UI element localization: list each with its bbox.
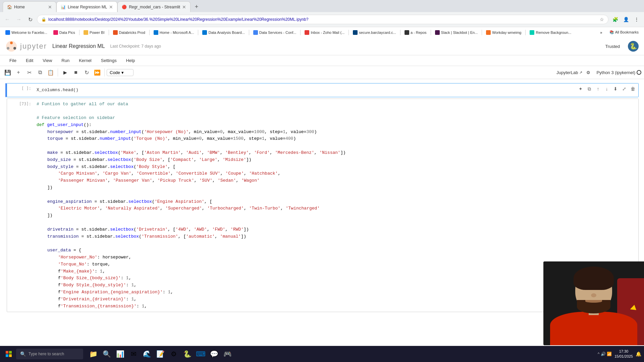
profile-button[interactable]: 👤 (621, 15, 631, 24)
taskbar-vscode[interactable]: ⌨ (195, 348, 207, 360)
bookmark-workday[interactable]: Workday wmeimg (483, 29, 524, 36)
add-cell-button[interactable]: + (13, 67, 23, 77)
taskbar-task-view[interactable]: 📊 (114, 348, 126, 360)
menu-settings[interactable]: Settings (97, 57, 121, 64)
cell-magic-button[interactable]: ✦ (577, 85, 585, 93)
bookmark-zoho[interactable]: Inbox - Zoho Mail (... (302, 29, 347, 36)
menu-view[interactable]: View (39, 57, 56, 64)
more-button[interactable]: ⋮ (632, 15, 641, 24)
cell-move-down-button[interactable]: ↓ (603, 85, 611, 93)
menu-help[interactable]: Help (122, 57, 139, 64)
copy-cell-button[interactable]: ⧉ (35, 67, 45, 77)
bookmark-slack[interactable]: Slack | Slackbot | En... (432, 29, 481, 36)
url-bar[interactable]: 🔒 localhost:8888/notebooks/Desktop/2024%… (37, 15, 608, 24)
bookmark-label: Inbox - Zoho Mail (... (311, 31, 344, 35)
menu-kernel[interactable]: Kernel (75, 57, 96, 64)
cell-save-button[interactable]: ⬇ (611, 85, 620, 93)
taskbar-file-explorer[interactable]: 📁 (87, 348, 99, 360)
tab-streamlit[interactable]: 🔴 Regr_model_cars - Streamlit ✕ (117, 1, 191, 12)
paste-cell-button[interactable]: 📋 (46, 67, 56, 77)
svg-point-1 (10, 42, 13, 44)
tab-close-active-icon[interactable]: ✕ (109, 4, 113, 10)
tab-close-icon[interactable]: ✕ (48, 4, 52, 10)
notification-icon[interactable]: 🔔 (636, 351, 641, 357)
bookmark-label: Welcome to Facebo... (11, 31, 47, 35)
taskbar-tray: ^ 🔊 📶 17:30 15/01/2025 🔔 (598, 349, 641, 359)
restart-button[interactable]: ↻ (82, 67, 92, 77)
bookmark-star-icon[interactable]: ☆ (600, 17, 604, 22)
tab-home[interactable]: 🏠 Home ✕ (3, 1, 56, 12)
taskbar-settings[interactable]: ⚙ (168, 348, 180, 360)
svg-point-2 (7, 47, 9, 50)
bookmark-label: Workday wmeimg (492, 31, 521, 35)
cell-move-up-button[interactable]: ↑ (594, 85, 602, 93)
interrupt-button[interactable]: ■ (71, 67, 81, 77)
svg-rect-7 (9, 354, 12, 357)
bookmark-favicon (202, 30, 207, 35)
code-line-1: # Funtion to gather all of our data (37, 101, 636, 108)
bookmark-separator (482, 30, 482, 35)
bookmark-remove-bg[interactable]: Remove Backgroun... (527, 29, 574, 36)
bookmark-facebook[interactable]: Welcome to Facebo... (3, 29, 50, 36)
cell-copy-button[interactable]: ⧉ (585, 85, 593, 93)
taskbar-game[interactable]: 🎮 (221, 348, 233, 360)
cell-expand-button[interactable]: ⤢ (620, 85, 628, 93)
bookmark-repos[interactable]: a - Repos (402, 29, 429, 36)
svg-point-3 (13, 47, 16, 50)
browser-window: 🏠 Home ✕ 📊 Linear Regression ML ✕ 🔴 Regr… (0, 0, 644, 38)
tab-favicon-active: 📊 (61, 5, 66, 9)
jupyterlab-button[interactable]: JupyterLab ↗ ⚙ (556, 70, 590, 75)
reload-button[interactable]: ↻ (25, 15, 35, 24)
menu-file[interactable]: File (5, 57, 20, 64)
bookmark-barclaycard[interactable]: secure.barclaycard.c... (350, 29, 399, 36)
bookmark-databricks[interactable]: Databricks Prod (110, 29, 148, 36)
bookmark-data-services[interactable]: Data Services - Conf... (251, 29, 299, 36)
taskbar-python[interactable]: 🐍 (181, 348, 193, 360)
taskbar-edge[interactable]: 🌊 (141, 348, 153, 360)
search-icon: 🔍 (20, 351, 26, 357)
all-bookmarks[interactable]: 📚 All Bookmarks (607, 29, 641, 35)
run-button[interactable]: ▶ (60, 67, 70, 77)
cell-type-selector[interactable]: Code ▾ (107, 69, 133, 76)
taskbar-mail[interactable]: ✉ (127, 348, 140, 360)
back-button[interactable]: ← (3, 15, 12, 24)
bookmark-separator (348, 30, 349, 35)
taskbar-word[interactable]: 📝 (154, 348, 166, 360)
bookmark-label: secure.barclaycard.c... (359, 31, 396, 35)
jupyterlab-label: JupyterLab (556, 70, 578, 75)
cell-1-toolbar: ✦ ⧉ ↑ ↓ ⬇ ⤢ 🗑 (577, 85, 637, 93)
forward-button[interactable]: → (14, 15, 23, 24)
bookmark-separator (300, 30, 301, 35)
save-button[interactable]: 💾 (3, 67, 13, 77)
bookmark-microsoft[interactable]: Home - Microsoft A... (151, 29, 197, 36)
bookmark-separator (431, 30, 431, 35)
cell-delete-button[interactable]: 🗑 (629, 85, 637, 93)
bookmark-datapics[interactable]: Data Pics (51, 29, 78, 36)
new-tab-button[interactable]: + (192, 2, 201, 11)
menu-edit[interactable]: Edit (22, 57, 37, 64)
taskbar: 🔍 Type here to search 📁 🔍 📊 ✉ 🌊 📝 ⚙ 🐍 ⌨ … (0, 346, 644, 362)
menu-run[interactable]: Run (57, 57, 73, 64)
bookmarks-more-button[interactable]: » (597, 30, 605, 35)
tab-close-streamlit-icon[interactable]: ✕ (182, 4, 186, 10)
cell-1-code[interactable]: X_columns.head() (37, 85, 625, 95)
taskbar-search[interactable]: 🔍 Type here to search (16, 349, 83, 359)
cell-1: [ ]: X_columns.head() ✦ ⧉ ↑ ↓ ⬇ ⤢ 🗑 (5, 83, 644, 97)
bookmark-powerbi[interactable]: Power BI (81, 29, 107, 36)
cell-1-input[interactable]: X_columns.head() ✦ ⧉ ↑ ↓ ⬇ ⤢ 🗑 (34, 83, 638, 97)
restart-run-button[interactable]: ⏩ (92, 67, 102, 77)
taskbar-search-app[interactable]: 🔍 (101, 348, 113, 360)
cut-cell-button[interactable]: ✂ (24, 67, 34, 77)
code-line-5: torque = st.sidebar.number_input('Torque… (37, 135, 636, 142)
bookmark-favicon (305, 30, 309, 35)
bookmark-data-analysis[interactable]: Data Analysis Board... (200, 29, 247, 36)
code-line-blank-5 (37, 240, 636, 247)
start-button[interactable] (3, 348, 15, 360)
taskbar-slack[interactable]: 💬 (208, 348, 220, 360)
extensions-button[interactable]: 🧩 (610, 15, 620, 24)
tab-linear-regression[interactable]: 📊 Linear Regression ML ✕ (56, 1, 117, 12)
code-line-9: 'Cargo Minivan', 'Cargo Van', 'Convertib… (37, 170, 636, 177)
checkpoint-info: Last Checkpoint: 7 days ago (110, 44, 161, 49)
kernel-idle-indicator (637, 70, 641, 75)
notebook-title[interactable]: Linear Regression ML (52, 43, 105, 49)
